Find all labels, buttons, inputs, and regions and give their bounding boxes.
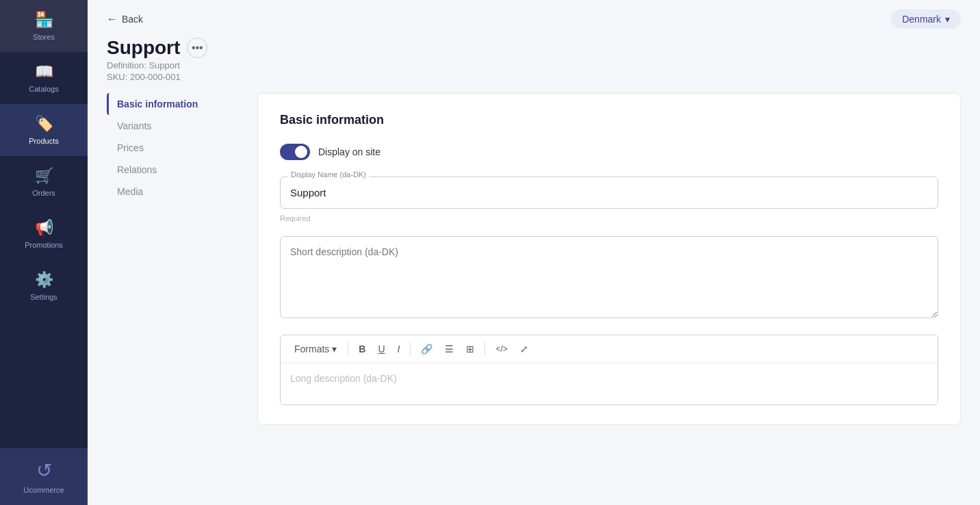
back-arrow-icon: ← xyxy=(107,13,118,25)
display-on-site-toggle[interactable] xyxy=(280,144,310,160)
promotions-icon: 📢 xyxy=(35,219,53,237)
left-nav: Basic information Variants Prices Relati… xyxy=(107,93,257,505)
toggle-label: Display on site xyxy=(318,146,381,157)
rte-divider-1 xyxy=(348,342,348,356)
locale-arrow-icon: ▾ xyxy=(945,14,950,25)
orders-icon: 🛒 xyxy=(35,167,53,185)
sidebar-item-label-products: Products xyxy=(29,137,58,145)
display-name-input[interactable] xyxy=(280,177,938,209)
content-layout: Basic information Variants Prices Relati… xyxy=(88,82,980,505)
rte-formats-button[interactable]: Formats ▾ xyxy=(289,341,342,357)
long-description-input[interactable]: Long description (da-DK) xyxy=(281,363,938,404)
rte-expand-button[interactable]: ⤢ xyxy=(515,341,533,357)
sidebar-item-label-orders: Orders xyxy=(32,189,55,197)
sidebar-ucommerce[interactable]: ↺ Ucommerce xyxy=(0,448,88,505)
code-icon: </> xyxy=(495,344,507,354)
rte-bold-button[interactable]: B xyxy=(354,341,370,357)
page-sku: SKU: 200-000-001 xyxy=(107,72,961,82)
italic-icon: I xyxy=(398,344,400,354)
nav-item-variants[interactable]: Variants xyxy=(107,115,241,137)
expand-icon: ⤢ xyxy=(520,344,528,354)
basic-info-card: Basic information Display on site Displa… xyxy=(257,93,961,425)
page-definition: Definition: Support xyxy=(107,60,961,70)
display-name-field-wrapper: Display Name (da-DK) xyxy=(280,177,938,209)
sidebar-item-label-catalogs: Catalogs xyxy=(29,85,58,93)
locale-label: Denmark xyxy=(902,14,941,25)
display-name-hint: Required xyxy=(280,214,938,222)
display-on-site-row: Display on site xyxy=(280,144,938,160)
back-button[interactable]: ← Back xyxy=(107,13,143,25)
rte-list-button[interactable]: ☰ xyxy=(440,341,459,357)
long-description-editor: Formats ▾ B U I xyxy=(280,335,938,405)
more-options-icon: ••• xyxy=(192,42,203,54)
page-header: Support ••• Definition: Support SKU: 200… xyxy=(88,34,980,82)
rte-divider-3 xyxy=(485,342,485,356)
settings-icon: ⚙️ xyxy=(35,271,53,289)
topbar: ← Back Denmark ▾ xyxy=(88,0,980,34)
page-title: Support xyxy=(107,37,180,59)
rte-underline-button[interactable]: U xyxy=(373,341,389,357)
sidebar-item-label-promotions: Promotions xyxy=(25,241,63,249)
long-desc-placeholder: Long description (da-DK) xyxy=(290,373,397,384)
sidebar-item-promotions[interactable]: 📢 Promotions xyxy=(0,208,88,260)
catalogs-icon: 📖 xyxy=(35,63,53,81)
products-icon: 🏷️ xyxy=(35,115,53,133)
display-name-label: Display Name (da-DK) xyxy=(288,170,369,179)
link-icon: 🔗 xyxy=(421,344,433,354)
ucommerce-icon: ↺ xyxy=(36,459,52,482)
stores-icon: 🏪 xyxy=(35,11,53,29)
ucommerce-label: Ucommerce xyxy=(23,486,64,494)
rte-code-button[interactable]: </> xyxy=(491,341,512,357)
more-options-button[interactable]: ••• xyxy=(187,38,207,58)
sidebar-item-stores[interactable]: 🏪 Stores xyxy=(0,0,88,52)
short-description-input[interactable] xyxy=(280,236,938,318)
sidebar: 🏪 Stores 📖 Catalogs 🏷️ Products 🛒 Orders… xyxy=(0,0,88,505)
rte-formats-arrow-icon: ▾ xyxy=(332,344,337,354)
sidebar-item-settings[interactable]: ⚙️ Settings xyxy=(0,260,88,312)
sidebar-item-label-settings: Settings xyxy=(30,293,57,301)
rte-divider-2 xyxy=(410,342,411,356)
bold-icon: B xyxy=(359,344,365,354)
main-content: ← Back Denmark ▾ Support ••• Definition:… xyxy=(88,0,980,505)
rte-table-button[interactable]: ⊞ xyxy=(461,341,479,357)
nav-item-basic-information[interactable]: Basic information xyxy=(107,93,241,115)
back-label: Back xyxy=(122,14,143,25)
list-icon: ☰ xyxy=(445,344,454,354)
nav-item-media[interactable]: Media xyxy=(107,181,241,203)
sidebar-item-products[interactable]: 🏷️ Products xyxy=(0,104,88,156)
rte-toolbar: Formats ▾ B U I xyxy=(281,335,938,363)
nav-item-relations[interactable]: Relations xyxy=(107,159,241,181)
sidebar-item-catalogs[interactable]: 📖 Catalogs xyxy=(0,52,88,104)
table-icon: ⊞ xyxy=(466,344,474,354)
sidebar-bottom: ↺ Ucommerce xyxy=(0,448,88,505)
rte-link-button[interactable]: 🔗 xyxy=(416,341,437,357)
underline-icon: U xyxy=(378,344,385,354)
sidebar-item-label-stores: Stores xyxy=(33,33,55,41)
card-title: Basic information xyxy=(280,113,938,127)
sidebar-item-orders[interactable]: 🛒 Orders xyxy=(0,156,88,208)
rte-formats-label: Formats xyxy=(294,344,329,354)
nav-item-prices[interactable]: Prices xyxy=(107,137,241,159)
rte-italic-button[interactable]: I xyxy=(393,341,405,357)
locale-button[interactable]: Denmark ▾ xyxy=(891,10,961,29)
right-panel: Basic information Display on site Displa… xyxy=(257,93,961,505)
